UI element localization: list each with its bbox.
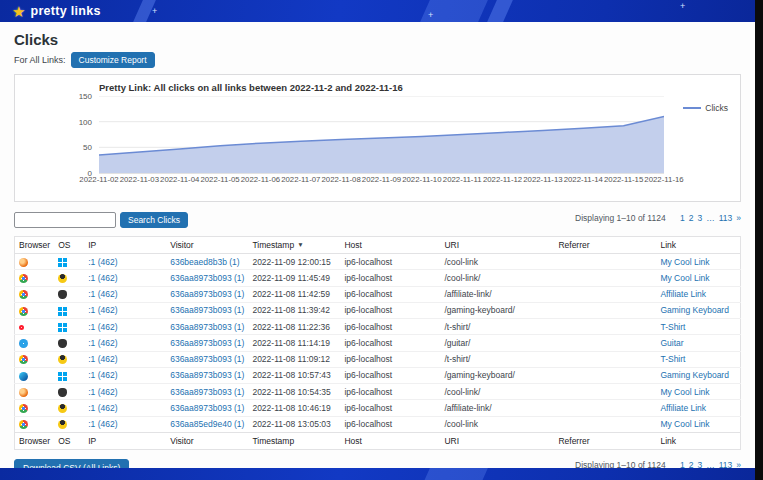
visitor-link[interactable]: 636aa8973b093 (1) <box>170 289 244 299</box>
visitor-link[interactable]: 636aa8973b093 (1) <box>170 370 244 380</box>
pretty-link-link[interactable]: T-Shirt <box>660 322 685 332</box>
chart-plot <box>99 96 664 174</box>
chrome-browser-icon <box>19 420 28 429</box>
firefox-browser-icon <box>19 258 28 267</box>
search-clicks-button[interactable]: Search Clicks <box>120 212 188 228</box>
pretty-link-link[interactable]: T-Shirt <box>660 354 685 364</box>
x-axis-label: 2022-11-05 <box>200 175 239 184</box>
visitor-link[interactable]: 636aa8973b093 (1) <box>170 273 244 283</box>
referrer-cell <box>554 270 656 286</box>
ip-link[interactable]: :1 (462) <box>88 289 117 299</box>
table-row: :1 (462) 636aa8973b093 (1) 2022-11-08 10… <box>15 367 741 383</box>
visitor-link[interactable]: 636aa8973b093 (1) <box>170 305 244 315</box>
visitor-link[interactable]: 636aa8973b093 (1) <box>170 322 244 332</box>
brand-logo[interactable]: ★ pretty links <box>12 4 101 19</box>
ip-cell: :1 (462) <box>84 319 166 335</box>
column-header-referrer[interactable]: Referrer <box>554 237 656 254</box>
column-header-label: Host <box>344 436 361 446</box>
ip-link[interactable]: :1 (462) <box>88 403 117 413</box>
pretty-link-link[interactable]: My Cool Link <box>660 273 709 283</box>
referrer-cell <box>554 400 656 416</box>
column-header-visitor[interactable]: Visitor <box>166 237 248 254</box>
ip-link[interactable]: :1 (462) <box>88 322 117 332</box>
ip-link[interactable]: :1 (462) <box>88 370 117 380</box>
page-link-113[interactable]: 113 <box>719 213 733 223</box>
ip-link[interactable]: :1 (462) <box>88 257 117 267</box>
column-header-label: Referrer <box>558 436 589 446</box>
uri-cell: /gaming-keyboard/ <box>440 302 554 318</box>
visitor-link[interactable]: 636beaed8b3b (1) <box>170 257 239 267</box>
x-axis-label: 2022-11-15 <box>604 175 643 184</box>
pretty-link-link[interactable]: My Cool Link <box>660 387 709 397</box>
pretty-link-link[interactable]: Guitar <box>660 338 683 348</box>
visitor-cell: 636aa8973b093 (1) <box>166 319 248 335</box>
column-header-host[interactable]: Host <box>340 237 440 254</box>
column-header-browser[interactable]: Browser <box>15 432 55 449</box>
host-cell: ip6-localhost <box>340 319 440 335</box>
column-header-timestamp[interactable]: Timestamp▼ <box>248 237 340 254</box>
ip-link[interactable]: :1 (462) <box>88 387 117 397</box>
customize-report-button[interactable]: Customize Report <box>71 52 155 68</box>
chart-x-axis: 2022-11-022022-11-032022-11-042022-11-05… <box>99 174 699 186</box>
host-cell: ip6-localhost <box>340 254 440 270</box>
apple-os-icon <box>58 290 67 299</box>
brand-name: pretty links <box>30 4 100 18</box>
referrer-cell <box>554 351 656 367</box>
ip-link[interactable]: :1 (462) <box>88 338 117 348</box>
column-header-link[interactable]: Link <box>656 432 740 449</box>
browser-cell <box>15 416 55 432</box>
column-header-uri[interactable]: URI <box>440 432 554 449</box>
column-header-uri[interactable]: URI <box>440 237 554 254</box>
ip-link[interactable]: :1 (462) <box>88 354 117 364</box>
ip-link[interactable]: :1 (462) <box>88 273 117 283</box>
host-cell: ip6-localhost <box>340 400 440 416</box>
next-page-link[interactable]: » <box>736 213 741 223</box>
visitor-link[interactable]: 636aa8973b093 (1) <box>170 387 244 397</box>
column-header-browser[interactable]: Browser <box>15 237 55 254</box>
search-input[interactable] <box>14 212 116 228</box>
ip-link[interactable]: :1 (462) <box>88 305 117 315</box>
column-header-label: IP <box>88 240 96 250</box>
browser-cell <box>15 254 55 270</box>
column-header-visitor[interactable]: Visitor <box>166 432 248 449</box>
pretty-link-link[interactable]: My Cool Link <box>660 257 709 267</box>
visitor-link[interactable]: 636aa8973b093 (1) <box>170 354 244 364</box>
column-header-host[interactable]: Host <box>340 432 440 449</box>
ip-link[interactable]: :1 (462) <box>88 419 117 429</box>
pretty-link-link[interactable]: My Cool Link <box>660 419 709 429</box>
page-link-3[interactable]: 3 <box>697 213 702 223</box>
pretty-link-link[interactable]: Affiliate Link <box>660 403 706 413</box>
timestamp-cell: 2022-11-08 10:57:43 <box>248 367 340 383</box>
column-header-timestamp[interactable]: Timestamp <box>248 432 340 449</box>
page-link-1[interactable]: 1 <box>680 213 685 223</box>
visitor-cell: 636beaed8b3b (1) <box>166 254 248 270</box>
column-header-os[interactable]: OS <box>54 237 84 254</box>
column-header-label: Link <box>660 240 676 250</box>
pretty-link-link[interactable]: Gaming Keyboard <box>660 370 729 380</box>
referrer-cell <box>554 286 656 302</box>
visitor-link[interactable]: 636aa8973b093 (1) <box>170 403 244 413</box>
column-header-os[interactable]: OS <box>54 432 84 449</box>
visitor-cell: 636aa8973b093 (1) <box>166 384 248 400</box>
pretty-link-link[interactable]: Affiliate Link <box>660 289 706 299</box>
browser-cell <box>15 384 55 400</box>
x-axis-label: 2022-11-03 <box>120 175 159 184</box>
referrer-cell <box>554 367 656 383</box>
column-header-ip[interactable]: IP <box>84 237 166 254</box>
pretty-links-star-icon: ★ <box>12 4 25 19</box>
host-cell: ip6-localhost <box>340 351 440 367</box>
pretty-link-link[interactable]: Gaming Keyboard <box>660 305 729 315</box>
pagination-links: 123…113» <box>676 213 741 223</box>
os-cell <box>54 416 84 432</box>
column-header-link[interactable]: Link <box>656 237 740 254</box>
browser-cell <box>15 351 55 367</box>
column-header-referrer[interactable]: Referrer <box>554 432 656 449</box>
page-link-2[interactable]: 2 <box>689 213 694 223</box>
linux-os-icon <box>58 404 67 413</box>
visitor-link[interactable]: 636aa8973b093 (1) <box>170 338 244 348</box>
uri-cell: /cool-link/ <box>440 270 554 286</box>
uri-cell: /gaming-keyboard/ <box>440 367 554 383</box>
sparkle-icon: + <box>152 7 157 16</box>
visitor-link[interactable]: 636aa85ed9e40 (1) <box>170 419 244 429</box>
column-header-ip[interactable]: IP <box>84 432 166 449</box>
